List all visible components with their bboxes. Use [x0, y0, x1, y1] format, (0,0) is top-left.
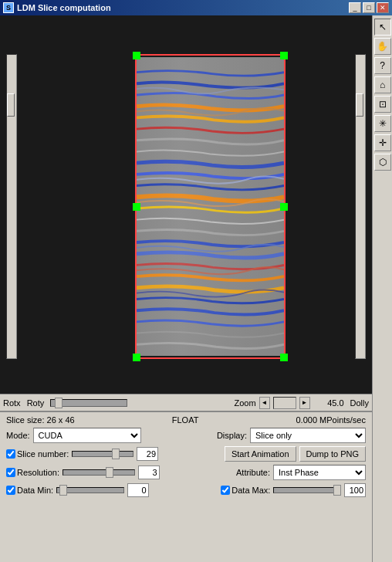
resolution-checkbox[interactable]	[6, 468, 15, 477]
minimize-button[interactable]: _	[349, 2, 361, 13]
display-label: Display:	[217, 431, 247, 440]
data-min-checkbox[interactable]	[6, 486, 15, 495]
home-button[interactable]: ⌂	[374, 76, 391, 93]
resolution-label: Resolution:	[17, 468, 59, 477]
data-minmax-row: Data Min: Data Max:	[6, 483, 366, 497]
mode-select[interactable]: CUDA CPU GPU	[33, 428, 141, 443]
right-scrollbar-thumb[interactable]	[356, 93, 363, 117]
handle-bottom-left[interactable]	[133, 354, 140, 361]
rotx-label: Rotx	[3, 398, 21, 408]
main-area: Rotx Roty Zoom ◄ ► 45.0 Dolly Slice size…	[0, 15, 392, 562]
left-scrollbar[interactable]	[6, 54, 17, 359]
hand-tool-button[interactable]: ✋	[374, 38, 391, 55]
mode-label: Mode:	[6, 431, 30, 440]
attribute-label: Attribute:	[236, 468, 270, 477]
resolution-check-label: Resolution:	[6, 468, 59, 477]
data-min-input[interactable]	[127, 483, 149, 497]
mpoints-label: 0.000 MPoints/sec	[296, 415, 366, 425]
slice-size-label: Slice size: 26 x 46	[6, 415, 75, 425]
rotation-slider[interactable]	[50, 399, 127, 407]
toolbar-right: ↖ ✋ ? ⌂ ⊡ ✳ ✛ ⬡	[372, 15, 392, 562]
data-min-label: Data Min:	[17, 486, 53, 495]
slice-number-checkbox[interactable]	[6, 449, 15, 459]
data-max-slider[interactable]	[273, 487, 341, 493]
left-scrollbar-thumb[interactable]	[7, 93, 15, 117]
mode-display-row: Mode: CUDA CPU GPU Display: Slice only V…	[6, 428, 366, 443]
rotation-thumb[interactable]	[55, 398, 63, 408]
handle-top-right[interactable]	[280, 52, 288, 59]
slice-number-thumb[interactable]	[112, 449, 120, 459]
slice-number-slider[interactable]	[72, 451, 133, 457]
arrow-tool-button[interactable]: ↖	[374, 19, 391, 36]
slice-number-label: Slice number:	[17, 449, 69, 459]
help-button[interactable]: ?	[374, 57, 391, 74]
window-title: LDM Slice computation	[17, 3, 111, 12]
polygon-button[interactable]: ⬡	[374, 154, 391, 171]
crosshair-button[interactable]: ✳	[374, 115, 391, 132]
data-min-check-label: Data Min:	[6, 486, 53, 495]
svg-rect-1	[137, 57, 284, 356]
slice-number-check-label: Slice number:	[6, 449, 69, 459]
zoom-value: 45.0	[313, 398, 344, 408]
data-max-input[interactable]	[344, 483, 366, 497]
dolly-label: Dolly	[350, 398, 369, 408]
dump-png-button[interactable]: Dump to PNG	[299, 446, 366, 462]
close-button[interactable]: ✕	[377, 2, 389, 13]
roty-label: Roty	[27, 398, 45, 408]
zoom-label: Zoom	[234, 398, 255, 408]
handle-mid-left[interactable]	[133, 203, 140, 211]
right-scrollbar[interactable]	[355, 54, 366, 359]
seismic-display[interactable]	[135, 54, 286, 359]
controls-panel: Slice size: 26 x 46 FLOAT 0.000 MPoints/…	[0, 411, 372, 503]
handle-bottom-right[interactable]	[280, 354, 288, 361]
slice-number-input[interactable]	[137, 447, 158, 461]
title-bar: S LDM Slice computation _ □ ✕	[0, 0, 392, 15]
maximize-button[interactable]: □	[363, 2, 375, 13]
data-max-check-label: Data Max:	[221, 486, 270, 495]
display-select[interactable]: Slice only Volume Both	[250, 428, 366, 443]
data-min-thumb[interactable]	[59, 485, 67, 496]
move-button[interactable]: ✛	[374, 134, 391, 151]
info-row: Slice size: 26 x 46 FLOAT 0.000 MPoints/…	[6, 415, 366, 425]
data-min-slider[interactable]	[56, 487, 124, 493]
viewport	[0, 15, 372, 394]
zoom-increase-button[interactable]: ►	[299, 397, 310, 409]
zoom-fit-button[interactable]: ⊡	[374, 96, 391, 113]
handle-top-left[interactable]	[133, 52, 140, 59]
resolution-thumb[interactable]	[106, 467, 113, 478]
zoom-bar: Rotx Roty Zoom ◄ ► 45.0 Dolly	[0, 394, 372, 411]
data-max-checkbox[interactable]	[221, 486, 230, 495]
data-max-label: Data Max:	[231, 486, 270, 495]
resolution-input[interactable]	[138, 466, 160, 479]
app-icon: S	[3, 2, 14, 13]
slice-number-row: Slice number: Start Animation Dump to PN…	[6, 446, 366, 462]
data-type-label: FLOAT	[172, 415, 199, 425]
zoom-decrease-button[interactable]: ◄	[259, 397, 270, 409]
attribute-select[interactable]: Inst Phase Amplitude Frequency	[273, 465, 366, 480]
handle-mid-right[interactable]	[280, 203, 288, 211]
start-animation-button[interactable]: Start Animation	[225, 446, 296, 462]
zoom-thumb-area[interactable]	[273, 397, 296, 409]
resolution-slider[interactable]	[63, 469, 134, 476]
data-max-thumb[interactable]	[333, 485, 341, 496]
resolution-row: Resolution: Attribute: Inst Phase Amplit…	[6, 465, 366, 480]
